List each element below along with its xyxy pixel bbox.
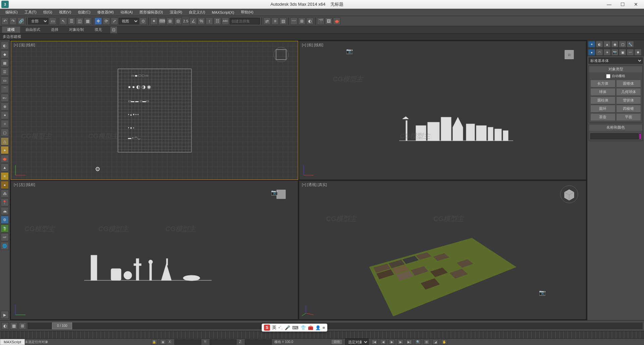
lt-list-icon[interactable]: ☰ bbox=[1, 68, 9, 76]
primitive-cylinder[interactable]: 圆柱体 bbox=[590, 96, 615, 104]
lt-pivot-icon[interactable]: ◆ bbox=[1, 50, 9, 58]
ribbon-tab-objpaint[interactable]: 对象绘制 bbox=[64, 26, 89, 33]
subtab-helpers[interactable]: ▣ bbox=[619, 49, 626, 56]
keyfilter-dropdown[interactable]: 选定对象 bbox=[345, 339, 369, 345]
goto-start-button[interactable]: |◀ bbox=[371, 339, 377, 345]
edit-named-sel-button[interactable]: ☷ bbox=[214, 17, 221, 25]
viewport-left[interactable]: [+] [左] [线框] bbox=[11, 181, 298, 320]
spinner-snap-button[interactable]: ↕ bbox=[206, 17, 213, 25]
time-track[interactable] bbox=[0, 331, 644, 338]
window-crossing-button[interactable]: ▦ bbox=[84, 17, 91, 25]
lt-gear-icon[interactable]: ⚙ bbox=[1, 216, 9, 224]
object-name-input[interactable] bbox=[590, 133, 639, 139]
lt-sphere-icon[interactable]: ◐ bbox=[1, 42, 9, 50]
viewport-perspective[interactable]: [+] [透视] [真实] bbox=[299, 181, 586, 320]
tab-utilities[interactable]: 🔧 bbox=[627, 41, 634, 48]
lt-hf-icon[interactable]: HF bbox=[1, 233, 9, 241]
select-object-button[interactable]: ▭ bbox=[49, 17, 56, 25]
subtab-spacewarps[interactable]: 〰 bbox=[627, 49, 634, 56]
viewport-label-persp[interactable]: [+] [透视] [真实] bbox=[302, 182, 327, 187]
menu-create[interactable]: 创建(C) bbox=[74, 9, 94, 15]
render-frame-button[interactable]: 🖼 bbox=[325, 17, 332, 25]
time-slider-thumb[interactable]: 0 / 100 bbox=[52, 323, 72, 329]
viewport-top[interactable]: [+] [顶] [线框] ⬭ ⬬ ◯ ◯ ⬭ ● ● ◐ ◑ ◉ ▭▬ ▬ ▭▬… bbox=[11, 41, 298, 180]
timeline-key-button[interactable]: ⊞ bbox=[19, 322, 26, 330]
viewport-label-top[interactable]: [+] [顶] [线框] bbox=[14, 43, 35, 48]
ime-menu-icon[interactable]: ≡ bbox=[323, 325, 325, 330]
schematic-button[interactable]: ⊞ bbox=[298, 17, 306, 25]
snap3d-button[interactable]: ⊟ bbox=[174, 17, 182, 25]
nav-fov-button[interactable]: ◢ bbox=[432, 339, 438, 345]
ime-tool-icon[interactable]: 🧰 bbox=[308, 325, 313, 330]
primitive-box[interactable]: 长方体 bbox=[590, 80, 615, 87]
timeline-mode-button[interactable]: ▦ bbox=[10, 322, 17, 330]
ime-skin-icon[interactable]: 👕 bbox=[301, 325, 306, 330]
lt-grid-icon[interactable]: ▦ bbox=[1, 59, 9, 67]
tab-modify[interactable]: ◐ bbox=[596, 41, 603, 48]
rotate-button[interactable]: ⟳ bbox=[103, 17, 110, 25]
ime-keyboard-icon[interactable]: ⌨ bbox=[292, 325, 299, 330]
select-name-button[interactable]: ☰ bbox=[68, 17, 75, 25]
render-setup-button[interactable]: 🎬 bbox=[317, 17, 324, 25]
subtab-lights[interactable]: ☀ bbox=[603, 49, 611, 56]
undo-button[interactable]: ↶ bbox=[1, 17, 9, 25]
goto-end-button[interactable]: ▶| bbox=[406, 339, 412, 345]
refcoord-dropdown[interactable]: 视图 bbox=[119, 18, 139, 24]
named-selset-input[interactable] bbox=[230, 18, 260, 24]
lt-leaf-icon[interactable]: 🍃 bbox=[1, 224, 9, 232]
mirror-button[interactable]: ⇄ bbox=[263, 17, 271, 25]
abc-button[interactable]: ABC bbox=[222, 17, 229, 25]
category-dropdown[interactable]: 标准基本体 bbox=[589, 58, 643, 64]
viewport-label-front[interactable]: [+] [前] [线框] bbox=[302, 43, 323, 48]
maximize-button[interactable]: ☐ bbox=[616, 1, 629, 8]
ime-widget[interactable]: S 英 •ˇ, 🎤 ⌨ 👕 🧰 👤 ≡ bbox=[262, 324, 327, 332]
ribbon-tab-populate[interactable]: 填充 bbox=[89, 26, 107, 33]
prev-frame-button[interactable]: ◀ bbox=[380, 339, 386, 345]
lock-button[interactable]: 🔒 bbox=[151, 339, 157, 345]
tab-display[interactable]: ▢ bbox=[619, 41, 626, 48]
menu-tools[interactable]: 工具(T) bbox=[21, 9, 40, 15]
primitive-tube[interactable]: 管状体 bbox=[616, 96, 641, 104]
tab-hierarchy[interactable]: ▲ bbox=[603, 41, 611, 48]
menu-animation[interactable]: 动画(A) bbox=[117, 9, 136, 15]
lt-play-icon[interactable]: ▶ bbox=[1, 311, 9, 319]
select-button[interactable]: ↖ bbox=[60, 17, 67, 25]
tab-motion[interactable]: ◉ bbox=[611, 41, 619, 48]
ribbon-tab-freeform[interactable]: 自由形式 bbox=[20, 26, 46, 33]
lt-pin-icon[interactable]: 📍 bbox=[1, 198, 9, 206]
lt-object-icon[interactable]: ▢ bbox=[1, 129, 9, 137]
layers-button[interactable]: ▤ bbox=[279, 17, 287, 25]
selection-filter[interactable]: 全部 bbox=[28, 18, 48, 24]
align-button[interactable]: ≡ bbox=[271, 17, 279, 25]
subtab-shapes[interactable]: ◠ bbox=[596, 49, 603, 56]
ime-lang[interactable]: 英 bbox=[272, 325, 276, 331]
manipulate-button[interactable]: ✦ bbox=[150, 17, 158, 25]
scale-button[interactable]: ⤢ bbox=[111, 17, 118, 25]
isolate-button[interactable]: ◉ bbox=[160, 339, 166, 345]
subtab-geometry[interactable]: ● bbox=[588, 49, 595, 56]
y-coord-input[interactable] bbox=[210, 339, 236, 345]
ribbon-opt-button[interactable]: ⊡ bbox=[110, 26, 117, 33]
z-coord-input[interactable] bbox=[245, 339, 272, 345]
ime-mic-icon[interactable]: 🎤 bbox=[285, 325, 290, 330]
primitive-teapot[interactable]: 茶壶 bbox=[590, 113, 615, 121]
nav-zoom-button[interactable]: 🔍 bbox=[415, 339, 421, 345]
nav-zoomall-button[interactable]: ⊞ bbox=[424, 339, 430, 345]
menu-maxscript[interactable]: MAXScript(X) bbox=[209, 10, 238, 15]
timeline-config-button[interactable]: ◐ bbox=[1, 322, 9, 330]
menu-grapheditors[interactable]: 图形编辑器(D) bbox=[136, 9, 166, 15]
time-slider[interactable]: 0 / 100 bbox=[28, 323, 643, 329]
lt-arc-icon[interactable]: ⌒ bbox=[1, 85, 9, 93]
auto-key-button[interactable]: 自动 bbox=[331, 339, 342, 345]
menu-edit[interactable]: 编辑(E) bbox=[2, 9, 21, 15]
menu-customize[interactable]: 自定义(U) bbox=[185, 9, 208, 15]
primitive-cone[interactable]: 圆锥体 bbox=[616, 80, 641, 87]
link-button[interactable]: 🔗 bbox=[17, 17, 25, 25]
pivot-button[interactable]: ⊙ bbox=[140, 17, 147, 25]
menu-modifiers[interactable]: 修改器(M) bbox=[94, 9, 117, 15]
ribbon-tab-selection[interactable]: 选择 bbox=[46, 26, 64, 33]
snap2d-button[interactable]: ⊞ bbox=[166, 17, 174, 25]
lt-detach-icon[interactable]: ✧ bbox=[1, 120, 9, 128]
rollout-header[interactable]: 对象类型 bbox=[589, 66, 642, 72]
primitive-torus[interactable]: 圆环 bbox=[590, 105, 615, 113]
